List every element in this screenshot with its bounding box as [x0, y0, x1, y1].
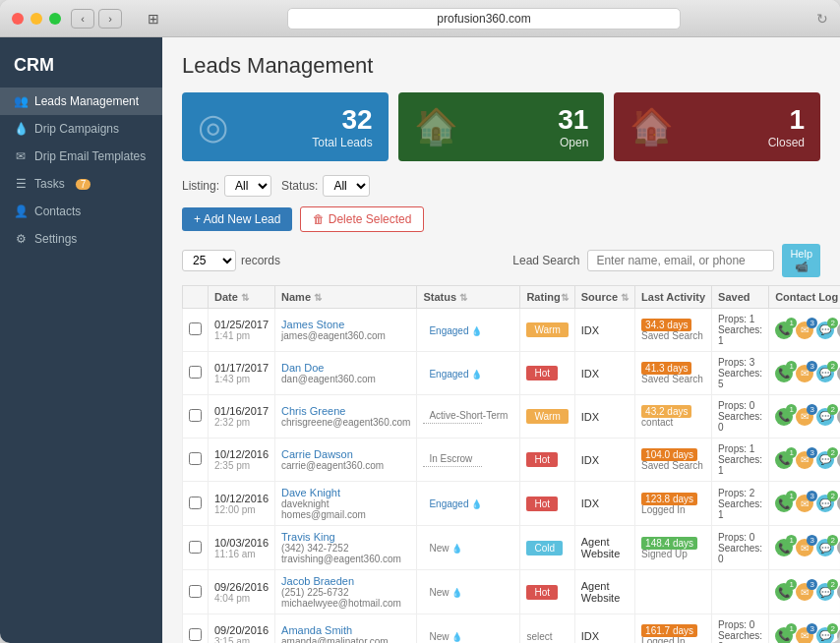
add-lead-button[interactable]: + Add New Lead: [182, 207, 292, 231]
forward-button[interactable]: ›: [98, 9, 122, 29]
refresh-button[interactable]: ↻: [816, 11, 828, 27]
phone-icon[interactable]: 📞 1: [775, 495, 793, 512]
nav-buttons: ‹ ›: [71, 9, 122, 29]
back-button[interactable]: ‹: [71, 9, 94, 29]
help-button[interactable]: Help 📹: [782, 244, 820, 277]
row-checkbox[interactable]: [189, 497, 202, 509]
close-button[interactable]: [12, 13, 24, 25]
leads-icon: 👥: [14, 94, 28, 108]
cell-date: 01/25/20171:41 pm: [209, 309, 275, 352]
closed-graphic: 🏠: [630, 106, 674, 147]
row-checkbox[interactable]: [189, 541, 202, 554]
listing-select[interactable]: All: [224, 175, 271, 197]
col-status[interactable]: Status ⇅: [417, 286, 520, 309]
row-checkbox[interactable]: [189, 409, 202, 422]
minimize-button[interactable]: [30, 13, 42, 25]
row-checkbox[interactable]: [189, 366, 202, 379]
cell-name: Jacob Braeden(251) 225-6732michaelwyee@h…: [275, 570, 417, 614]
cell-last-activity: 148.4 daysSigned Up: [635, 526, 712, 570]
email-contact-icon[interactable]: ✉ 3: [796, 322, 813, 339]
col-rating[interactable]: Rating⇅: [520, 286, 574, 309]
maximize-button[interactable]: [49, 13, 61, 25]
phone-icon[interactable]: 📞 1: [775, 408, 793, 426]
video-icon: 📹: [795, 261, 809, 273]
email-contact-icon[interactable]: ✉ 3: [796, 495, 813, 512]
cell-date: 10/03/201611:16 am: [209, 526, 275, 570]
sidebar-toggle-button[interactable]: ⊞: [148, 11, 159, 27]
cell-date: 01/17/20171:43 pm: [209, 352, 275, 395]
col-source[interactable]: Source ⇅: [574, 286, 634, 309]
delete-selected-button[interactable]: 🗑 Delete Selected: [300, 206, 424, 232]
lead-name-link[interactable]: James Stone: [281, 319, 410, 330]
row-checkbox[interactable]: [189, 585, 202, 598]
phone-icon[interactable]: 📞 1: [775, 583, 793, 601]
phone-icon[interactable]: 📞 1: [775, 322, 793, 339]
cell-name: Chris Greenechrisgreene@eagent360.com: [275, 395, 417, 438]
chat-icon[interactable]: 💬 2: [816, 322, 834, 339]
cell-saved: Props: 0Searches: 0: [712, 526, 769, 570]
chat-icon[interactable]: 💬 2: [816, 408, 834, 426]
col-date[interactable]: Date ⇅: [209, 286, 275, 309]
address-bar[interactable]: profusion360.com: [287, 8, 681, 29]
phone-icon[interactable]: 📞 1: [775, 451, 793, 469]
email-contact-icon[interactable]: ✉ 3: [796, 583, 813, 601]
lead-name-link[interactable]: Travis King: [281, 531, 410, 543]
stat-card-open: 🏠 31 Open: [398, 92, 605, 161]
col-contact-log[interactable]: Contact Log: [769, 286, 840, 309]
cell-source: Agent Website: [574, 570, 634, 614]
status-filter: Status: All: [281, 175, 370, 197]
sidebar-item-drip-email-templates[interactable]: ✉ Drip Email Templates: [0, 143, 162, 170]
col-last-activity[interactable]: Last Activity: [635, 286, 712, 309]
chat-icon[interactable]: 💬 2: [816, 495, 834, 512]
lead-name-link[interactable]: Amanda Smith: [281, 624, 410, 636]
cell-contact-log: 📞 1 ✉ 3 💬 2 📝: [769, 614, 840, 643]
lead-search-input[interactable]: [587, 250, 774, 271]
lead-name-link[interactable]: Jacob Braeden: [281, 575, 410, 587]
sidebar-item-drip-campaigns[interactable]: 💧 Drip Campaigns: [0, 115, 162, 143]
row-checkbox[interactable]: [189, 452, 202, 465]
col-name[interactable]: Name ⇅: [275, 286, 417, 309]
sidebar-item-contacts[interactable]: 👤 Contacts: [0, 198, 162, 225]
email-contact-icon[interactable]: ✉ 3: [796, 627, 813, 643]
open-graphic: 🏠: [414, 106, 458, 147]
drip-icon: 💧: [14, 122, 28, 136]
chat-icon[interactable]: 💬 2: [816, 583, 834, 601]
lead-name-link[interactable]: Carrie Dawson: [281, 448, 410, 460]
phone-icon[interactable]: 📞 1: [775, 365, 793, 382]
cell-saved: Props: 2Searches: 1: [712, 482, 769, 526]
lead-search-group: Lead Search Help 📹: [512, 244, 820, 277]
droplet-icon: 💧: [451, 632, 462, 642]
cell-name: Dan Doedan@eagent360.com: [275, 352, 417, 395]
table-row: 10/12/20162:35 pmCarrie Dawsoncarrie@eag…: [183, 438, 841, 482]
email-contact-icon[interactable]: ✉ 3: [796, 408, 813, 426]
sidebar-item-leads-management[interactable]: 👥 Leads Management: [0, 88, 162, 115]
droplet-icon: 💧: [451, 544, 462, 554]
rating-select[interactable]: select: [526, 631, 552, 642]
cell-saved: Props: 0Searches: 0: [712, 395, 769, 438]
chat-icon[interactable]: 💬 2: [816, 451, 834, 469]
per-page-select[interactable]: 25 50 100: [182, 250, 236, 271]
lead-name-link[interactable]: Chris Greene: [281, 405, 410, 417]
cell-contact-log: 📞 1 ✉ 3 💬 2 📝: [769, 438, 840, 482]
row-checkbox[interactable]: [189, 322, 202, 335]
row-checkbox[interactable]: [189, 628, 202, 641]
stats-row: ◎ 32 Total Leads 🏠 31 Open 🏠: [182, 92, 820, 161]
phone-icon[interactable]: 📞 1: [775, 539, 793, 556]
status-select[interactable]: All: [323, 175, 370, 197]
email-contact-icon[interactable]: ✉ 3: [796, 451, 813, 469]
col-saved[interactable]: Saved: [712, 286, 769, 309]
cell-last-activity: 43.2 dayscontact: [635, 395, 712, 438]
phone-icon[interactable]: 📞 1: [775, 627, 793, 643]
chat-icon[interactable]: 💬 2: [816, 627, 834, 643]
cell-name: Carrie Dawsoncarrie@eagent360.com: [275, 438, 417, 482]
chat-icon[interactable]: 💬 2: [816, 365, 834, 382]
lead-name-link[interactable]: Dave Knight: [281, 487, 410, 498]
email-contact-icon[interactable]: ✉ 3: [796, 539, 813, 556]
contact-icons: 📞 1 ✉ 3 💬 2 📝: [775, 408, 840, 426]
sidebar-item-tasks[interactable]: ☰ Tasks 7: [0, 170, 162, 198]
email-contact-icon[interactable]: ✉ 3: [796, 365, 813, 382]
chat-icon[interactable]: 💬 2: [816, 539, 834, 556]
lead-name-link[interactable]: Dan Doe: [281, 362, 410, 374]
total-leads-graphic: ◎: [198, 106, 228, 147]
sidebar-item-settings[interactable]: ⚙ Settings: [0, 225, 162, 253]
